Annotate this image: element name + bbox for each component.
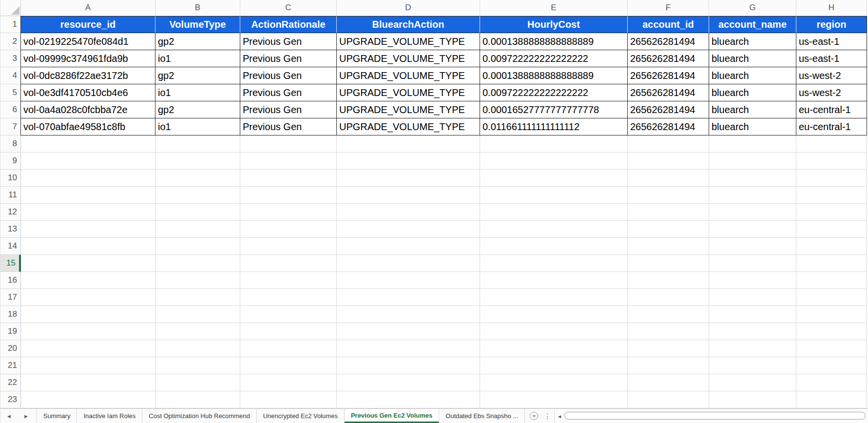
- cell-F7[interactable]: 265626281494: [628, 118, 709, 135]
- cell-G18[interactable]: [709, 306, 796, 323]
- cell-A7[interactable]: vol-070abfae49581c8fb: [20, 118, 155, 135]
- cell-B18[interactable]: [155, 306, 240, 323]
- row-header-12[interactable]: 12: [0, 204, 21, 221]
- cell-D11[interactable]: [337, 187, 480, 204]
- cell-G23[interactable]: [709, 391, 796, 408]
- cell-C9[interactable]: [240, 153, 337, 170]
- cell-E18[interactable]: [480, 306, 628, 323]
- cell-A1[interactable]: resource_id: [20, 16, 155, 33]
- column-header-F[interactable]: F: [628, 0, 709, 16]
- cell-D2[interactable]: UPGRADE_VOLUME_TYPE: [337, 33, 480, 50]
- cell-B11[interactable]: [155, 187, 240, 204]
- cell-D21[interactable]: [337, 357, 480, 374]
- row-header-15[interactable]: 15: [0, 255, 21, 272]
- cell-G1[interactable]: account_name: [709, 16, 796, 33]
- cell-H10[interactable]: [796, 170, 867, 187]
- cell-D22[interactable]: [337, 374, 480, 391]
- cell-D1[interactable]: BluearchAction: [337, 16, 480, 33]
- cell-F9[interactable]: [628, 153, 709, 170]
- cell-G6[interactable]: bluearch: [709, 101, 796, 118]
- cell-C6[interactable]: Previous Gen: [240, 101, 337, 118]
- cell-B5[interactable]: io1: [155, 84, 240, 101]
- cell-A15[interactable]: [21, 255, 155, 272]
- cell-G5[interactable]: bluearch: [709, 84, 796, 101]
- cell-H3[interactable]: us-east-1: [796, 50, 867, 67]
- cell-E19[interactable]: [480, 323, 628, 340]
- column-header-E[interactable]: E: [480, 0, 628, 16]
- cell-C11[interactable]: [240, 187, 337, 204]
- cell-F12[interactable]: [628, 204, 709, 221]
- cell-F19[interactable]: [628, 323, 709, 340]
- cell-E6[interactable]: 0.00016527777777777778: [480, 101, 628, 118]
- sheet-tab-unencrypted-ec2-volumes[interactable]: Unencrypted Ec2 Volumes: [257, 409, 345, 423]
- cell-E22[interactable]: [480, 374, 628, 391]
- cell-F4[interactable]: 265626281494: [628, 67, 709, 84]
- cell-B10[interactable]: [155, 170, 240, 187]
- cell-D10[interactable]: [337, 170, 480, 187]
- row-header-9[interactable]: 9: [0, 153, 21, 170]
- new-sheet-button[interactable]: +: [530, 409, 538, 423]
- cell-C13[interactable]: [240, 221, 337, 238]
- cell-G9[interactable]: [709, 153, 796, 170]
- cell-D6[interactable]: UPGRADE_VOLUME_TYPE: [337, 101, 480, 118]
- cell-A22[interactable]: [21, 374, 155, 391]
- cell-F22[interactable]: [628, 374, 709, 391]
- cell-F3[interactable]: 265626281494: [628, 50, 709, 67]
- cell-B4[interactable]: gp2: [155, 67, 240, 84]
- cell-G2[interactable]: bluearch: [709, 33, 796, 50]
- cell-D5[interactable]: UPGRADE_VOLUME_TYPE: [337, 84, 480, 101]
- cell-E14[interactable]: [480, 238, 628, 255]
- cell-C5[interactable]: Previous Gen: [240, 84, 337, 101]
- cell-H16[interactable]: [796, 272, 867, 289]
- cell-A23[interactable]: [21, 391, 155, 408]
- row-header-22[interactable]: 22: [0, 374, 21, 391]
- cell-D23[interactable]: [337, 391, 480, 408]
- cell-C19[interactable]: [240, 323, 337, 340]
- cell-B8[interactable]: [155, 135, 240, 153]
- cell-A11[interactable]: [21, 187, 155, 204]
- cell-H6[interactable]: eu-central-1: [796, 101, 867, 118]
- cell-F16[interactable]: [628, 272, 709, 289]
- sheet-tab-summary[interactable]: Summary: [37, 409, 77, 423]
- cell-A4[interactable]: vol-0dc8286f22ae3172b: [20, 67, 155, 84]
- row-header-3[interactable]: 3: [0, 50, 21, 67]
- cell-C7[interactable]: Previous Gen: [240, 118, 337, 135]
- tabs-scroll-left-icon[interactable]: ◄: [6, 413, 12, 419]
- cell-H7[interactable]: eu-central-1: [796, 118, 867, 135]
- sheet-tab-previous-gen-ec2-volumes[interactable]: Previous Gen Ec2 Volumes: [345, 409, 439, 423]
- row-header-21[interactable]: 21: [0, 357, 21, 374]
- cell-A8[interactable]: [21, 135, 155, 153]
- cell-H4[interactable]: us-west-2: [796, 67, 867, 84]
- cell-H11[interactable]: [796, 187, 867, 204]
- cell-F21[interactable]: [628, 357, 709, 374]
- column-header-H[interactable]: H: [796, 0, 867, 16]
- cell-B23[interactable]: [155, 391, 240, 408]
- cell-B22[interactable]: [155, 374, 240, 391]
- cell-A12[interactable]: [21, 204, 155, 221]
- cell-D17[interactable]: [337, 289, 480, 306]
- column-header-B[interactable]: B: [155, 0, 240, 16]
- cell-E1[interactable]: HourlyCost: [480, 16, 628, 33]
- cell-E2[interactable]: 0.0001388888888888889: [480, 33, 628, 50]
- cell-H21[interactable]: [796, 357, 867, 374]
- cell-C3[interactable]: Previous Gen: [240, 50, 337, 67]
- cell-A17[interactable]: [21, 289, 155, 306]
- cell-F18[interactable]: [628, 306, 709, 323]
- cell-G19[interactable]: [709, 323, 796, 340]
- cell-D13[interactable]: [337, 221, 480, 238]
- cell-F5[interactable]: 265626281494: [628, 84, 709, 101]
- cell-D20[interactable]: [337, 340, 480, 357]
- row-header-8[interactable]: 8: [0, 135, 21, 153]
- cell-G3[interactable]: bluearch: [709, 50, 796, 67]
- cell-E16[interactable]: [480, 272, 628, 289]
- cell-G11[interactable]: [709, 187, 796, 204]
- row-header-16[interactable]: 16: [0, 272, 21, 289]
- column-header-C[interactable]: C: [240, 0, 337, 16]
- cell-C4[interactable]: Previous Gen: [240, 67, 337, 84]
- cell-D14[interactable]: [337, 238, 480, 255]
- cell-E4[interactable]: 0.0001388888888888889: [480, 67, 628, 84]
- sheet-tab-outdated-ebs-snapsho[interactable]: Outdated Ebs Snapsho ...: [439, 409, 525, 423]
- sheet-tab-inactive-iam-roles[interactable]: Inactive Iam Roles: [77, 409, 142, 423]
- cell-E11[interactable]: [480, 187, 628, 204]
- cell-H1[interactable]: region: [796, 16, 867, 33]
